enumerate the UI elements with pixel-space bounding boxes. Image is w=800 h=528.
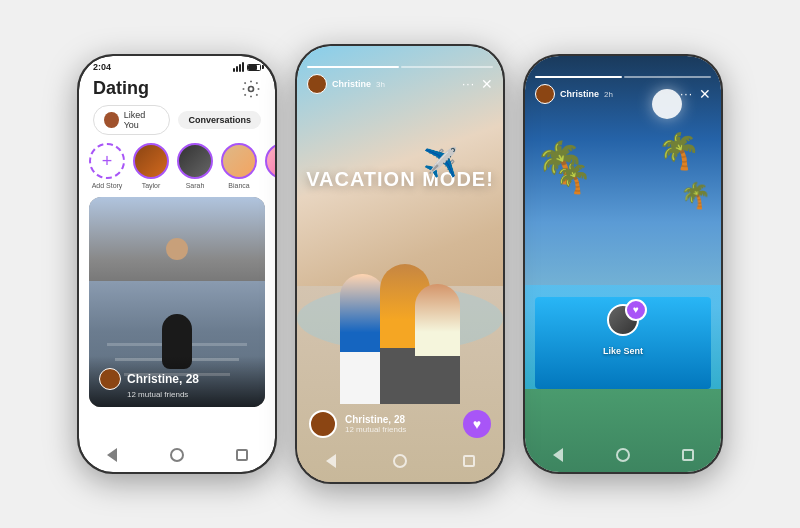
pool-background: 🌴 🌴 🌴 🌴 [525, 56, 721, 472]
progress-bar-right-1 [535, 76, 622, 78]
phones-container: 2:04 Dating [77, 44, 723, 484]
like-sent-label: Like Sent [603, 346, 643, 356]
phone-left: 2:04 Dating [77, 54, 277, 474]
story-profile-avatar-center [309, 410, 337, 438]
liked-you-label: Liked You [124, 110, 160, 130]
add-story-item[interactable]: + Add Story [89, 143, 125, 189]
story-progress-right [535, 76, 711, 78]
profile-small-avatar [99, 368, 121, 390]
like-sent-heart-icon: ♥ [625, 299, 647, 321]
signal-icon [233, 62, 244, 72]
bianca-avatar [221, 143, 257, 179]
story-user-time-center: 3h [376, 80, 385, 89]
like-sent-bubble: ♥ Like Sent [603, 304, 643, 356]
taylor-avatar [133, 143, 169, 179]
status-icons-left [233, 62, 261, 72]
recents-icon-center [463, 455, 475, 467]
screen-center: Christine 3h ··· ✕ VACATION MODE! ✈️ [297, 46, 503, 482]
tab-conversations[interactable]: Conversations [178, 111, 261, 129]
recents-button-center[interactable] [460, 452, 478, 470]
story-sp[interactable]: Sp... [265, 143, 275, 189]
story-profile-info-center: Christine, 28 12 mutual friends [345, 414, 406, 434]
story-profile-row-center: Christine, 28 12 mutual friends ♥ [309, 410, 491, 438]
story-icons-right-right: ··· ✕ [680, 86, 711, 102]
more-options-icon-center[interactable]: ··· [462, 77, 475, 91]
home-button-left[interactable] [168, 446, 186, 464]
close-icon-right[interactable]: ✕ [699, 86, 711, 102]
sarah-label: Sarah [186, 182, 205, 189]
taylor-label: Taylor [142, 182, 161, 189]
tab-row: Liked You Conversations [79, 105, 275, 143]
phone-center: Christine 3h ··· ✕ VACATION MODE! ✈️ [295, 44, 505, 484]
story-user-time-right: 2h [604, 90, 613, 99]
story-top-bar-center: Christine 3h ··· ✕ [297, 46, 503, 98]
back-icon-right [553, 448, 563, 462]
profile-card[interactable]: Christine, 28 12 mutual friends [89, 197, 265, 407]
screen-right: 🌴 🌴 🌴 🌴 [525, 56, 721, 472]
story-user-name-right: Christine [560, 89, 599, 99]
back-button-right[interactable] [549, 446, 567, 464]
dating-header: Dating [79, 74, 275, 105]
story-screen: Christine 3h ··· ✕ VACATION MODE! ✈️ [297, 46, 503, 482]
sp-avatar [265, 143, 275, 179]
story-user-row-right: Christine 2h ··· ✕ [535, 84, 711, 104]
profile-mutual: 12 mutual friends [127, 390, 255, 399]
status-bar-left: 2:04 [79, 56, 275, 74]
gear-icon[interactable] [241, 79, 261, 99]
story-user-avatar-center [307, 74, 327, 94]
add-story-label: Add Story [92, 182, 123, 189]
home-button-right[interactable] [614, 446, 632, 464]
recents-button-left[interactable] [233, 446, 251, 464]
more-options-icon-right[interactable]: ··· [680, 87, 693, 101]
progress-bar-right-2 [624, 76, 711, 78]
heart-like-button-center[interactable]: ♥ [463, 410, 491, 438]
story-bottom-info-center: Christine, 28 12 mutual friends ♥ [297, 410, 503, 438]
pool-screen: 🌴 🌴 🌴 🌴 [525, 56, 721, 472]
story-progress-center [307, 66, 493, 68]
tab-liked-you[interactable]: Liked You [93, 105, 170, 135]
conversations-label: Conversations [188, 115, 251, 125]
story-sarah[interactable]: Sarah [177, 143, 213, 189]
time-left: 2:04 [93, 62, 111, 72]
recents-icon-right [682, 449, 694, 461]
heart-icon-center: ♥ [473, 416, 481, 432]
sarah-avatar [177, 143, 213, 179]
home-icon-center [393, 454, 407, 468]
stories-row: + Add Story Taylor Sarah Bianca [79, 143, 275, 197]
home-icon-right [616, 448, 630, 462]
recents-icon-left [236, 449, 248, 461]
android-nav-center [297, 452, 503, 470]
story-taylor[interactable]: Taylor [133, 143, 169, 189]
story-icons-right-center: ··· ✕ [462, 76, 493, 92]
back-button-center[interactable] [322, 452, 340, 470]
story-user-avatar-right [535, 84, 555, 104]
story-profile-mutual-center: 12 mutual friends [345, 425, 406, 434]
home-button-center[interactable] [391, 452, 409, 470]
story-user-name-center: Christine [332, 79, 371, 89]
profile-name-row: Christine, 28 [99, 368, 255, 390]
battery-icon [247, 64, 261, 71]
story-bianca[interactable]: Bianca [221, 143, 257, 189]
plane-emoji: ✈️ [423, 146, 458, 179]
back-icon-left [107, 448, 117, 462]
story-profile-left-center: Christine, 28 12 mutual friends [309, 410, 406, 438]
recents-button-right[interactable] [679, 446, 697, 464]
close-icon-center[interactable]: ✕ [481, 76, 493, 92]
story-user-left-center: Christine 3h [307, 74, 385, 94]
svg-point-0 [249, 86, 254, 91]
app-title: Dating [93, 78, 149, 99]
vacation-text: VACATION MODE! [306, 168, 494, 191]
story-user-left-right: Christine 2h [535, 84, 613, 104]
story-user-row-center: Christine 3h ··· ✕ [307, 74, 493, 94]
story-top-bar-right: Christine 2h ··· ✕ [525, 56, 721, 108]
profile-name: Christine, 28 [127, 372, 199, 386]
liked-you-avatar [104, 112, 119, 128]
story-profile-name-center: Christine, 28 [345, 414, 406, 425]
android-nav-right [525, 446, 721, 464]
back-icon-center [326, 454, 336, 468]
home-icon-left [170, 448, 184, 462]
progress-bar-2 [401, 66, 493, 68]
add-story-avatar: + [89, 143, 125, 179]
battery-fill [248, 65, 257, 70]
back-button-left[interactable] [103, 446, 121, 464]
